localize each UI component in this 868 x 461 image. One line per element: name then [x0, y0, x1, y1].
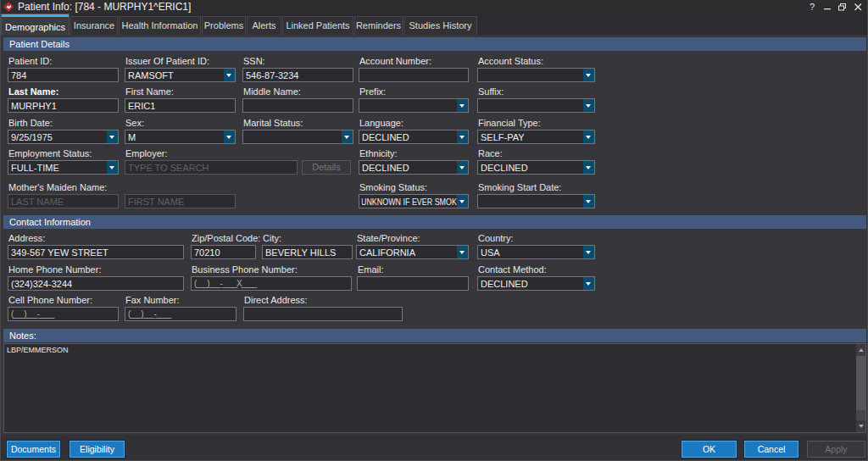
zip-value[interactable] — [192, 246, 255, 258]
employer-input[interactable] — [125, 160, 298, 175]
country-value[interactable] — [478, 246, 583, 258]
email-value[interactable] — [358, 277, 468, 290]
contact-method-dropdown-button[interactable] — [583, 277, 594, 290]
issuer-input[interactable] — [125, 68, 236, 82]
race-dropdown-button[interactable] — [583, 161, 594, 174]
financial-type-value[interactable] — [478, 131, 583, 143]
city-value[interactable] — [263, 246, 352, 258]
sex-input[interactable] — [125, 130, 236, 144]
state-value[interactable] — [357, 246, 457, 258]
eligibility-button[interactable]: Eligibility — [70, 441, 125, 458]
zip-input[interactable] — [191, 245, 256, 259]
issuer-value[interactable] — [125, 69, 224, 81]
last-name-input[interactable] — [8, 98, 119, 113]
ssn-value[interactable] — [243, 69, 353, 81]
cancel-button[interactable]: Cancel — [744, 441, 798, 458]
tab-reminders[interactable]: Reminders — [354, 16, 403, 35]
business-phone-input[interactable] — [191, 276, 352, 291]
language-dropdown-button[interactable] — [457, 131, 468, 143]
last-name-value[interactable] — [8, 99, 118, 112]
tab-studies-history[interactable]: Studies History — [403, 16, 477, 35]
account-status-value[interactable] — [478, 69, 583, 81]
middle-name-value[interactable] — [243, 99, 353, 112]
birth-date-input[interactable] — [8, 130, 119, 144]
marital-status-value[interactable] — [243, 131, 342, 143]
employer-value[interactable] — [125, 161, 297, 174]
fax-input[interactable] — [125, 307, 236, 321]
account-number-value[interactable] — [359, 69, 468, 81]
notes-textarea[interactable]: LBP/EMMERSON — [4, 344, 865, 432]
scrollbar-thumb[interactable] — [856, 356, 865, 410]
prefix-value[interactable] — [359, 99, 457, 112]
ethnicity-dropdown-button[interactable] — [457, 161, 468, 174]
account-number-input[interactable] — [359, 68, 469, 82]
patient-id-value[interactable] — [8, 69, 118, 81]
smoking-status-input[interactable] — [359, 194, 469, 208]
tab-linked-patients[interactable]: Linked Patients — [282, 16, 353, 35]
birth-date-value[interactable] — [8, 131, 107, 143]
cell-phone-input[interactable] — [8, 307, 119, 321]
apply-button[interactable]: Apply — [807, 441, 865, 458]
notes-scrollbar[interactable] — [856, 344, 865, 432]
tab-health-information[interactable]: Health Information — [119, 16, 201, 35]
state-dropdown-button[interactable] — [457, 246, 468, 258]
smoking-start-date-value[interactable] — [478, 195, 583, 208]
mothers-maiden-last-name-value[interactable] — [8, 195, 118, 208]
help-button[interactable]: ? — [804, 0, 820, 14]
smoking-status-dropdown-button[interactable] — [457, 195, 468, 208]
financial-type-input[interactable] — [477, 130, 595, 144]
restore-button[interactable] — [835, 0, 850, 14]
home-phone-input[interactable] — [8, 276, 184, 291]
contact-method-input[interactable] — [477, 276, 595, 291]
tab-problems[interactable]: Problems — [202, 16, 246, 35]
ethnicity-value[interactable] — [359, 161, 457, 174]
language-value[interactable] — [359, 131, 457, 143]
address-value[interactable] — [8, 246, 183, 258]
account-status-dropdown-button[interactable] — [583, 69, 594, 81]
employment-status-input[interactable] — [8, 160, 119, 175]
middle-name-input[interactable] — [242, 98, 353, 113]
ssn-input[interactable] — [242, 68, 353, 82]
race-value[interactable] — [478, 161, 583, 174]
sex-dropdown-button[interactable] — [224, 131, 235, 143]
direct-address-input[interactable] — [243, 307, 403, 321]
tab-alerts[interactable]: Alerts — [247, 16, 281, 35]
state-input[interactable] — [356, 245, 469, 259]
suffix-dropdown-button[interactable] — [583, 99, 594, 112]
smoking-start-date-dropdown-button[interactable] — [583, 195, 594, 208]
cell-phone-value[interactable] — [8, 308, 118, 320]
employer-details-button[interactable]: Details — [302, 160, 351, 175]
ok-button[interactable]: OK — [682, 441, 737, 458]
marital-status-dropdown-button[interactable] — [342, 131, 353, 143]
first-name-value[interactable] — [125, 99, 235, 112]
ethnicity-input[interactable] — [359, 160, 469, 175]
mothers-maiden-first-name-input[interactable] — [125, 194, 236, 208]
city-input[interactable] — [262, 245, 353, 259]
account-status-input[interactable] — [477, 68, 595, 82]
sex-value[interactable] — [125, 131, 224, 143]
prefix-input[interactable] — [359, 98, 469, 113]
scrollbar-up-button[interactable] — [856, 344, 865, 356]
documents-button[interactable]: Documents — [7, 441, 60, 458]
direct-address-value[interactable] — [244, 308, 402, 320]
home-phone-value[interactable] — [8, 277, 183, 290]
suffix-input[interactable] — [477, 98, 595, 113]
fax-value[interactable] — [125, 308, 236, 320]
contact-method-value[interactable] — [478, 277, 583, 290]
country-dropdown-button[interactable] — [583, 246, 594, 258]
smoking-status-value[interactable] — [359, 195, 469, 208]
business-phone-value[interactable] — [192, 277, 351, 290]
employment-status-dropdown-button[interactable] — [107, 161, 118, 174]
suffix-value[interactable] — [478, 99, 583, 112]
employment-status-value[interactable] — [8, 161, 107, 174]
email-input[interactable] — [357, 276, 469, 291]
patient-id-input[interactable] — [8, 68, 119, 82]
scrollbar-down-button[interactable] — [856, 420, 865, 432]
smoking-start-date-input[interactable] — [477, 194, 595, 208]
issuer-dropdown-button[interactable] — [224, 69, 235, 81]
financial-type-dropdown-button[interactable] — [583, 131, 594, 143]
mothers-maiden-first-name-value[interactable] — [125, 195, 235, 208]
race-input[interactable] — [477, 160, 595, 175]
tab-demographics[interactable]: Demographics — [1, 14, 70, 35]
marital-status-input[interactable] — [242, 130, 353, 144]
